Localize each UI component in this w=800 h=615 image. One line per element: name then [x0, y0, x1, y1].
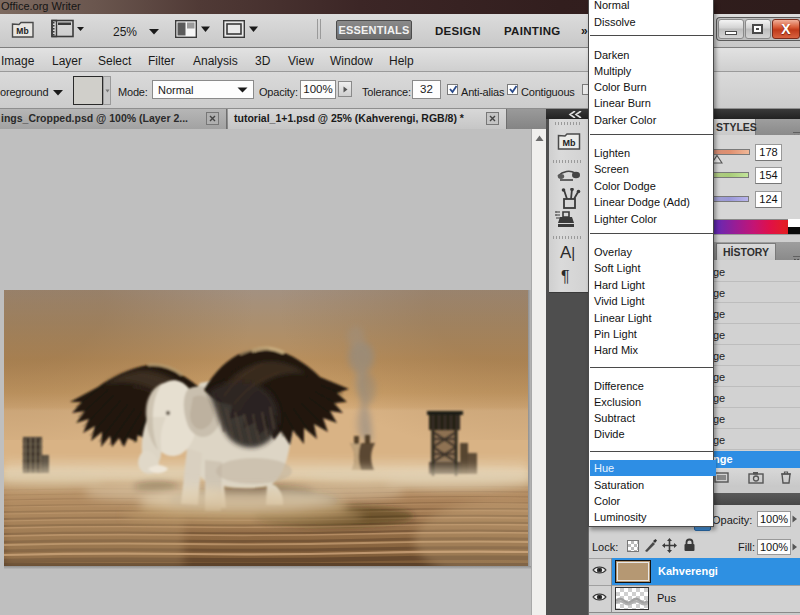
svg-text:Mb: Mb	[16, 26, 28, 36]
svg-text:Mb: Mb	[563, 138, 576, 148]
